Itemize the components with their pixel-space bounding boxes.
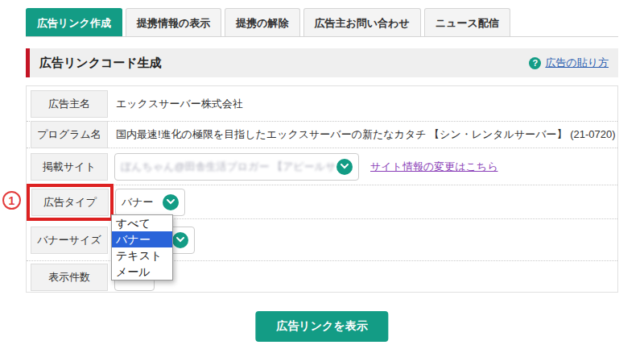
program-value: 国内最速!進化の極限を目指したエックスサーバーの新たなカタチ 【シン・レンタルサ… [116,127,616,142]
display-count-label: 表示件数 [31,264,108,291]
page-title: 広告リンクコード生成 [39,56,162,71]
tab-advertiser-contact[interactable]: 広告主お問い合わせ [303,8,421,36]
advertiser-label: 広告主名 [31,90,108,118]
tab-partnership-cancel[interactable]: 提携の解除 [225,8,299,36]
ad-type-label: 広告タイプ [31,189,109,216]
ad-type-select[interactable]: バナー [115,189,185,216]
dropdown-option-banner[interactable]: バナー [112,231,172,247]
program-row: プログラム名 国内最速!進化の極限を目指したエックスサーバーの新たなカタチ 【シ… [27,122,617,148]
ad-link-page: 広告リンク作成 提携情報の表示 提携の解除 広告主お問い合わせ ニュース配信 広… [0,0,644,345]
advertiser-value: エックスサーバー株式会社 [116,97,243,111]
site-label: 掲載サイト [31,153,108,181]
tab-bar: 広告リンク作成 提携情報の表示 提携の解除 広告主お問い合わせ ニュース配信 [26,8,510,36]
tab-ad-link-create[interactable]: 広告リンク作成 [26,8,122,36]
chevron-down-icon [172,232,188,248]
dropdown-option-mail[interactable]: メール [112,264,172,280]
site-row: 掲載サイト ぼんちゃん@田舎生活ブロガー 【アピールサイト】 サイト情報の変更は… [27,148,617,185]
question-circle-icon: ? [529,57,541,69]
help-area: ? 広告の貼り方 [529,56,609,70]
how-to-paste-ads-link[interactable]: 広告の貼り方 [545,56,609,70]
change-site-info-link[interactable]: サイト情報の変更はこちら [370,160,497,174]
advertiser-row: 広告主名 エックスサーバー株式会社 [27,86,617,122]
program-label: プログラム名 [31,121,108,148]
site-select[interactable]: ぼんちゃん@田舎生活ブロガー 【アピールサイト】 [114,153,359,181]
dropdown-option-all[interactable]: すべて [112,215,172,231]
chevron-down-icon [336,159,353,175]
section-header: 広告リンクコード生成 ? 広告の貼り方 [26,48,618,77]
annotation-circle-1: 1 [2,191,21,210]
banner-size-label: バナーサイズ [31,227,108,254]
ad-type-highlight-box: 広告タイプ [27,184,114,221]
show-ad-link-button[interactable]: 広告リンクを表示 [255,311,388,342]
tab-partnership-info[interactable]: 提携情報の表示 [126,8,221,36]
ad-type-select-value: バナー [122,195,154,210]
ad-type-dropdown: すべて バナー テキスト メール [111,214,173,281]
site-select-value: ぼんちゃん@田舎生活ブロガー 【アピールサイト】 [121,160,336,174]
dropdown-option-text[interactable]: テキスト [112,247,172,264]
tab-news-delivery[interactable]: ニュース配信 [424,8,510,36]
chevron-down-icon [163,194,179,210]
